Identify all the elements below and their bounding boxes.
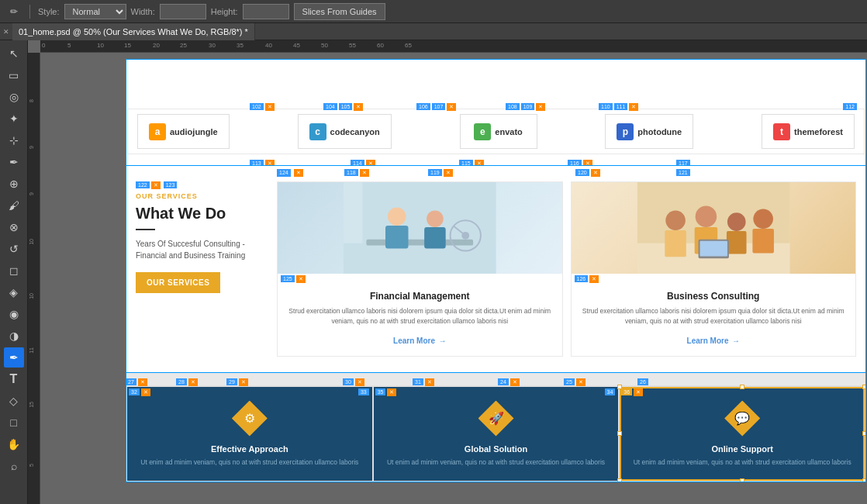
selection-handle-left [617,431,622,436]
svg-rect-13 [665,230,686,257]
tabbar: ✕ 01_home.psd @ 50% (Our Services What W… [0,23,867,40]
top-white-area [126,59,866,98]
tab-home-psd[interactable]: 01_home.psd @ 50% (Our Services What We … [12,23,255,40]
services-divider [136,229,155,230]
dodge-tool[interactable]: ◑ [4,326,24,346]
effective-approach-title: Effective Approach [211,444,288,454]
svg-point-4 [427,210,444,227]
svg-rect-5 [424,227,446,249]
brush-tool[interactable]: 🖌 [4,195,24,216]
financial-photo-svg [278,182,562,274]
selection-handle-tr [862,385,866,389]
audiojungle-logo: a audiojungle [137,114,230,149]
layer-markers-row1: 102✕ 104105✕ 106107✕ 108109✕ 110111✕ 112 [126,98,866,109]
hand-tool[interactable]: ✋ [4,434,24,454]
financial-photo [278,182,562,274]
effective-approach-card: 32✕ 33 ⚙ Effective Approach Ut enim ad m… [127,387,372,482]
zoom-tool[interactable]: ⌕ [4,456,24,476]
svg-point-2 [388,207,406,226]
layer-row-services: 122✕ 123 [136,181,260,189]
selection-handle-tl [617,385,622,389]
our-services-button[interactable]: OUR SERVICES [136,272,220,293]
eraser-tool[interactable]: ◻ [4,261,24,281]
financial-card-title: Financial Management [285,291,554,302]
marquee-tool[interactable]: ▭ [4,65,24,85]
width-input[interactable] [160,4,206,19]
style-dropdown[interactable]: Normal [64,4,126,19]
selection-handle-right [862,431,866,436]
style-label: Style: [38,7,60,16]
online-support-card: 36✕ 💬 Online Support [620,387,865,482]
svg-rect-3 [385,226,409,249]
svg-rect-21 [699,241,727,257]
lasso-tool[interactable]: ◎ [4,87,24,107]
ruler-label: 0 [40,42,45,49]
svg-rect-1 [366,240,473,246]
business-card-title: Business Consulting [579,291,848,302]
services-section-wrapper: 118✕ 119✕ 120✕ 121 122✕ 123 [126,165,866,373]
selection-handle-br [862,478,866,482]
layer-markers-row3: 118✕ 119✕ 120✕ 121 [126,164,866,174]
magic-wand-tool[interactable]: ✦ [4,109,24,129]
selection-handle-top [740,385,744,389]
online-support-title: Online Support [711,444,772,454]
business-learn-more[interactable]: Learn More → [579,333,848,347]
business-photo-svg [572,182,856,274]
height-label: Height: [211,7,238,16]
design-canvas: 102✕ 104105✕ 106107✕ 108109✕ 110111✕ 112… [126,59,866,482]
toolbar: ✏ Style: Normal Width: Height: Slices Fr… [0,0,867,23]
separator [29,5,30,19]
financial-learn-more[interactable]: Learn More → [285,333,554,347]
canvas-area[interactable]: 0 5 10 15 20 25 30 35 40 45 50 55 60 65 … [28,40,867,504]
pen-tool[interactable]: ✒ [4,347,24,368]
services-tag: OUR SERVICES [136,192,260,200]
svg-point-14 [695,205,717,227]
business-card-text: Strud exercitation ullamco laboris nisi … [579,306,848,326]
layer-markers-row4: 27✕ 28✕ 29✕ 30✕ 31✕ 24✕ 25✕ 26 [126,373,866,385]
tools-panel: ↖ ▭ ◎ ✦ ⊹ ✒ ⊕ 🖌 ⊗ ↺ ◻ ◈ ◉ ◑ ✒ T ◇ □ ✋ ⌕ [0,40,28,504]
heal-tool[interactable]: ⊕ [4,174,24,194]
height-input[interactable] [243,4,289,19]
type-tool[interactable]: T [4,369,24,389]
photodune-logo: p photodune [605,114,693,149]
business-card-body: Business Consulting Strud exercitation u… [572,285,856,356]
ruler-left: 8 9 9 10 10 11 15 5 [28,53,40,504]
crop-tool[interactable]: ⊹ [4,130,24,150]
stamp-tool[interactable]: ⊗ [4,217,24,237]
svg-point-12 [665,210,686,230]
tab-label: 01_home.psd @ 50% (Our Services What We … [19,27,248,36]
effective-approach-text: Ut enim ad minim veniam, quis no at with… [140,458,358,468]
gradient-tool[interactable]: ◈ [4,282,24,302]
selection-handle-bl [617,478,622,482]
svg-rect-0 [344,182,496,274]
global-solution-card: 35✕ 34 🚀 Global Solution Ut enim ad mini… [374,387,619,482]
financial-card-body: Financial Management Strud exercitation … [278,285,562,356]
svg-rect-19 [752,229,774,253]
canvas-content[interactable]: 102✕ 104105✕ 106107✕ 108109✕ 110111✕ 112… [40,53,867,504]
svg-rect-9 [344,182,363,243]
logo-row: a audiojungle c codecanyon e envato p ph… [127,109,865,154]
history-tool[interactable]: ↺ [4,239,24,259]
envato-logo: e envato [460,114,537,149]
services-content: 122✕ 123 OUR SERVICES What We Do Years O… [126,165,866,373]
online-support-icon: 💬 [724,401,760,437]
online-support-text: Ut enim ad minim veniam, quis no at with… [634,458,851,468]
themeforest-logo: t themeforest [762,114,855,149]
services-cards: 124✕ [277,181,856,357]
global-solution-title: Global Solution [465,444,527,454]
tab-close-button[interactable]: ✕ [0,28,12,36]
shape-tool[interactable]: □ [4,413,24,433]
svg-point-18 [753,209,773,229]
width-label: Width: [131,7,155,16]
blur-tool[interactable]: ◉ [4,304,24,324]
path-selection-tool[interactable]: ◇ [4,391,24,411]
svg-point-16 [727,212,745,231]
main-area: ↖ ▭ ◎ ✦ ⊹ ✒ ⊕ 🖌 ⊗ ↺ ◻ ◈ ◉ ◑ ✒ T ◇ □ ✋ ⌕ … [0,40,867,504]
slices-from-guides-button[interactable]: Slices From Guides [294,3,385,20]
eyedropper-tool[interactable]: ✒ [4,152,24,172]
arrow-tool[interactable]: ↖ [4,43,24,64]
global-solution-icon: 🚀 [478,401,514,437]
services-left-panel: 122✕ 123 OUR SERVICES What We Do Years O… [136,181,268,357]
bottom-cards-section: 32✕ 33 ⚙ Effective Approach Ut enim ad m… [126,385,866,483]
financial-card-text: Strud exercitation ullamco laboris nisi … [285,306,554,326]
